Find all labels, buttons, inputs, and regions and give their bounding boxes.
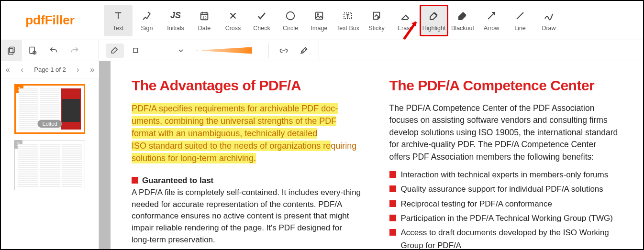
- bullet-square-icon: [389, 200, 396, 207]
- tool-date-label: Date: [198, 25, 211, 32]
- sign-icon: [141, 10, 153, 22]
- intro-left: PDF/A specifies requirements for archiva…: [132, 102, 362, 164]
- circle-icon: [284, 10, 297, 22]
- tool-textbox[interactable]: Text Box: [333, 5, 362, 36]
- tool-highlight-label: Highlight: [422, 25, 446, 32]
- section-body-guaranteed: A PDF/A file is completely self-containe…: [132, 188, 361, 244]
- first-page-button[interactable]: «: [1, 64, 14, 76]
- tool-cross-label: Cross: [225, 25, 241, 32]
- svg-text:15: 15: [202, 15, 206, 19]
- list-item: Reciprocal testing for PDF/A conformance: [401, 198, 553, 210]
- tool-check-label: Check: [253, 25, 270, 32]
- next-page-button[interactable]: ›: [72, 64, 84, 76]
- page-navigator: « ‹ Page 1 of 2 › »: [1, 61, 99, 78]
- main-toolbar: pdfFiller Text Sign JS Initials 15 Date …: [1, 1, 643, 40]
- intro-right: The PDF/A Competence Center of the PDF A…: [389, 102, 620, 163]
- edited-badge: Edited: [37, 120, 62, 128]
- line-icon: [514, 10, 526, 22]
- redo-button[interactable]: [64, 40, 85, 61]
- svg-text:×: ×: [137, 50, 139, 54]
- tool-blackout[interactable]: Blackout: [448, 5, 477, 36]
- heading-advantages: The Advantages of PDF/A: [132, 77, 362, 94]
- svg-rect-3: [316, 12, 323, 19]
- document-canvas[interactable]: The Advantages of PDF/A PDF/A specifies …: [99, 61, 643, 249]
- benefits-list: Interaction with technical experts in me…: [389, 169, 620, 249]
- thickness-dropdown[interactable]: [148, 43, 186, 58]
- tool-image[interactable]: Image: [305, 5, 333, 36]
- tool-initials-label: Initials: [167, 25, 184, 32]
- textbox-icon: [342, 10, 354, 22]
- svg-rect-6: [10, 47, 14, 53]
- bullet-square-icon: [389, 229, 396, 236]
- tool-textbox-label: Text Box: [336, 25, 359, 32]
- tool-circle[interactable]: Circle: [276, 5, 305, 36]
- tool-line[interactable]: Line: [506, 5, 534, 36]
- slider-knob[interactable]: [198, 45, 202, 56]
- page-content: The Advantages of PDF/A PDF/A specifies …: [111, 61, 643, 249]
- tool-check[interactable]: Check: [247, 5, 276, 36]
- sub-toolbar: ×: [1, 40, 643, 61]
- bullet-square-icon: [132, 177, 138, 184]
- image-icon: [313, 10, 325, 22]
- list-item: Quality assurance support for individual…: [401, 183, 603, 196]
- arrow-icon: [485, 10, 498, 22]
- logo: pdfFiller: [1, 13, 99, 28]
- initials-icon: JS: [169, 10, 182, 22]
- list-item: Interaction with technical experts in me…: [401, 169, 609, 181]
- tool-draw-label: Draw: [542, 25, 555, 32]
- blackout-icon: [456, 10, 469, 22]
- tool-circle-label: Circle: [283, 25, 298, 32]
- tool-cross[interactable]: Cross: [219, 5, 247, 36]
- heading-competence: The PDF/A Competence Center: [389, 77, 620, 94]
- thumbnail-page-1[interactable]: 1 Edited: [14, 84, 85, 134]
- tool-draw[interactable]: Draw: [534, 5, 563, 36]
- link-button[interactable]: [276, 43, 292, 58]
- highlight-icon: [428, 10, 440, 22]
- last-page-button[interactable]: »: [86, 64, 99, 76]
- bullet-square-icon: [389, 185, 396, 192]
- tool-blackout-label: Blackout: [451, 25, 474, 32]
- tool-arrow[interactable]: Arrow: [477, 5, 506, 36]
- delete-highlight-button[interactable]: ×: [128, 43, 144, 58]
- tool-sticky[interactable]: Sticky: [362, 5, 391, 36]
- page-settings-button[interactable]: [22, 40, 43, 61]
- bullet-square-icon: [389, 171, 396, 178]
- tool-text[interactable]: Text: [104, 5, 133, 36]
- list-item: Access to draft documents developed by t…: [401, 227, 620, 249]
- erase-icon: [399, 10, 411, 22]
- text-icon: [112, 10, 124, 22]
- tool-sign-label: Sign: [141, 25, 153, 32]
- pages-panel-button[interactable]: [1, 40, 22, 61]
- thumbnail-page-2[interactable]: 2: [14, 141, 85, 190]
- page-indicator: Page 1 of 2: [30, 66, 70, 73]
- section-title-guaranteed: Guaranteed to last: [142, 176, 213, 185]
- calendar-icon: 15: [198, 10, 211, 22]
- opacity-slider[interactable]: [195, 47, 252, 54]
- undo-button[interactable]: [43, 40, 64, 61]
- tool-image-label: Image: [311, 25, 328, 32]
- tool-date[interactable]: 15 Date: [190, 5, 219, 36]
- svg-point-2: [287, 11, 295, 20]
- check-icon: [255, 10, 268, 22]
- highlighted-text[interactable]: PDF/A specifies requirements for archiva…: [132, 103, 338, 114]
- tool-text-label: Text: [113, 25, 124, 32]
- cross-icon: [227, 10, 239, 22]
- svg-point-4: [317, 13, 319, 15]
- list-item: Participation in the PDF/A Technical Wor…: [401, 212, 613, 225]
- bullet-square-icon: [389, 215, 396, 221]
- sidebar: « ‹ Page 1 of 2 › » 1 Edited 2: [1, 61, 99, 249]
- tool-sign[interactable]: Sign: [133, 5, 161, 36]
- tool-sticky-label: Sticky: [368, 25, 384, 32]
- sticky-icon: [370, 10, 383, 22]
- svg-rect-7: [8, 48, 13, 54]
- prev-page-button[interactable]: ‹: [16, 64, 28, 76]
- tool-arrow-label: Arrow: [484, 25, 500, 32]
- eyedropper-button[interactable]: [296, 43, 312, 58]
- draw-icon: [543, 10, 555, 22]
- tool-initials[interactable]: JS Initials: [161, 5, 190, 36]
- tool-line-label: Line: [514, 25, 526, 32]
- highlighter-color-button[interactable]: [106, 43, 124, 58]
